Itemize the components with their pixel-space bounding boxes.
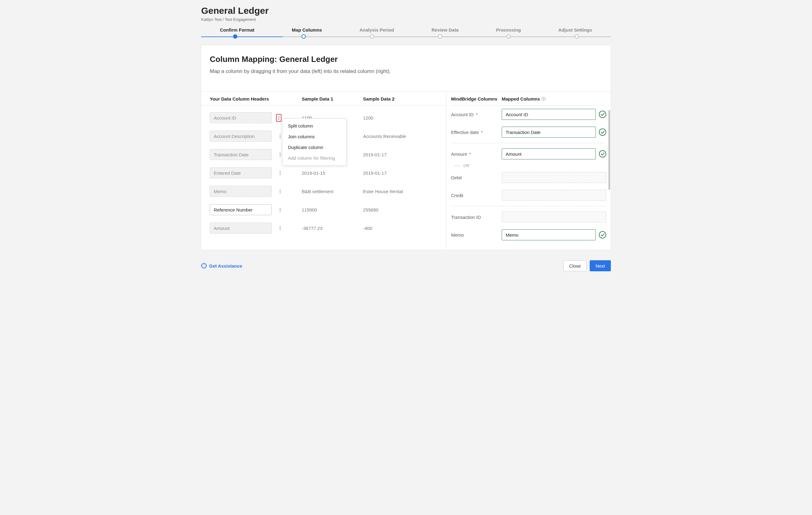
sample-data-2: 2019-01-17 (363, 171, 438, 176)
table-row: Amount-36777.23-400 (210, 219, 438, 237)
column-chip[interactable]: Account ID (210, 112, 272, 123)
kebab-icon[interactable] (277, 189, 283, 193)
table-row: Reference Number115900255690 (210, 201, 438, 219)
breadcrumb: Kaitlyn Test / Test Engagement (201, 17, 611, 22)
gear-icon (201, 263, 207, 269)
table-row: MemoB&B settlementEster House Rental (210, 182, 438, 201)
kebab-icon[interactable] (276, 114, 282, 122)
map-row: Credit (451, 186, 606, 204)
page-title: General Ledger (201, 5, 611, 16)
wizard-stepper: Confirm FormatMap ColumnsAnalysis Period… (195, 27, 617, 39)
column-chip[interactable]: Reference Number (210, 204, 272, 215)
map-row: MemoMemo (451, 226, 606, 244)
scrollbar-thumb[interactable] (608, 110, 610, 190)
your-data-header: Your Data Column Headers (210, 96, 302, 101)
mindbridge-columns-header: MindBridge Columns (451, 96, 502, 101)
help-icon[interactable]: ? (542, 97, 546, 101)
table-row: Entered Date2019-01-152019-01-17 (210, 164, 438, 182)
step-confirm-format[interactable]: Confirm Format (220, 27, 255, 32)
menu-item-join-columns[interactable]: Join columns (283, 131, 346, 142)
or-divider: OR (451, 163, 606, 168)
map-label: Credit (451, 193, 502, 198)
kebab-icon[interactable] (277, 171, 283, 175)
map-row: Transaction ID (451, 208, 606, 226)
sample-data-2: Ester House Rental (363, 189, 438, 194)
sample-data-1: 2019-01-15 (302, 171, 363, 176)
step-circle (575, 34, 579, 39)
map-row: Effective date *Transaction Date (451, 123, 606, 141)
column-chip[interactable]: Entered Date (210, 168, 272, 178)
check-icon (599, 128, 606, 136)
column-chip[interactable]: Account Description (210, 130, 272, 142)
step-analysis-period[interactable]: Analysis Period (359, 27, 394, 32)
map-label: Debit (451, 175, 502, 180)
card-title: Column Mapping: General Ledger (210, 55, 602, 64)
map-label: Memo (451, 232, 502, 238)
sample-data-1: -36777.23 (302, 225, 363, 231)
sample-data-1: B&B settlement (302, 189, 363, 194)
scrollbar-track (608, 92, 610, 250)
step-map-columns[interactable]: Map Columns (292, 27, 322, 32)
close-button[interactable]: Close (563, 260, 587, 271)
get-assistance-link[interactable]: Get Assistance (201, 263, 242, 269)
sample-data-2: -400 (363, 225, 438, 231)
step-circle (506, 34, 511, 39)
step-review-data[interactable]: Review Data (431, 27, 459, 32)
map-slot[interactable]: Account ID (502, 109, 596, 120)
menu-item-split-column[interactable]: Split column (283, 120, 346, 131)
map-slot[interactable] (502, 212, 606, 222)
mapped-columns-header: Mapped Columns ? (502, 96, 606, 101)
map-slot[interactable] (502, 190, 606, 201)
sample-data-1: 115900 (302, 207, 363, 212)
sample-data-2: 255690 (363, 207, 438, 212)
kebab-icon[interactable] (277, 208, 283, 212)
map-slot[interactable]: Transaction Date (502, 127, 596, 138)
map-slot[interactable]: Amount (502, 148, 596, 159)
column-chip[interactable]: Transaction Date (210, 149, 272, 160)
check-icon (599, 231, 606, 239)
column-chip[interactable]: Amount (210, 222, 272, 234)
step-circle (438, 34, 442, 39)
map-label: Effective date * (451, 130, 502, 135)
map-slot[interactable] (502, 172, 606, 183)
map-slot[interactable]: Memo (502, 229, 596, 240)
sample-data-2: 2019-01-17 (363, 152, 438, 157)
sample-data-2: 1200 (363, 115, 438, 120)
column-chip[interactable]: Memo (210, 186, 272, 197)
step-circle (370, 34, 374, 39)
menu-item-add-column-for-filtering: Add column for filtering (283, 153, 346, 163)
column-action-menu: Split columnJoin columnsDuplicate column… (282, 118, 347, 165)
check-icon (599, 150, 606, 157)
map-label: Amount * (451, 151, 502, 157)
next-button[interactable]: Next (590, 260, 611, 271)
step-processing[interactable]: Processing (496, 27, 521, 32)
sample-data-2: Accounts Receivable (363, 134, 438, 139)
map-row: Amount *Amount (451, 145, 606, 163)
step-circle (301, 34, 306, 39)
map-label: Transaction ID (451, 215, 502, 220)
card-subtitle: Map a column by dragging it from your da… (210, 68, 602, 74)
kebab-icon[interactable] (277, 226, 283, 230)
sample2-header: Sample Data 2 (363, 96, 438, 101)
menu-item-duplicate-column[interactable]: Duplicate column (283, 142, 346, 153)
sample1-header: Sample Data 1 (302, 96, 363, 101)
map-row: Debit (451, 169, 606, 186)
step-adjust-settings[interactable]: Adjust Settings (558, 27, 592, 32)
map-label: Account ID * (451, 112, 502, 117)
step-circle (233, 34, 237, 39)
check-icon (599, 111, 606, 118)
map-row: Account ID *Account ID (451, 105, 606, 123)
